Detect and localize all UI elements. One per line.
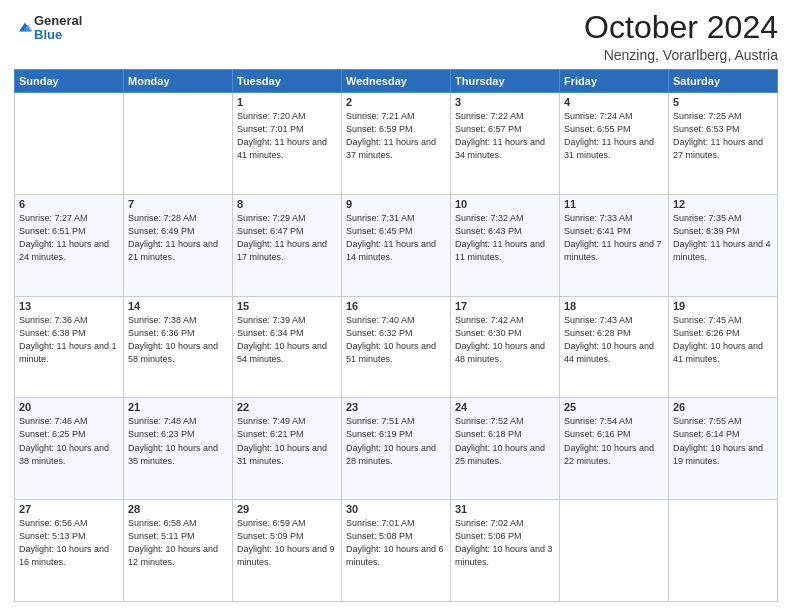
weekday-header-thursday: Thursday	[451, 70, 560, 93]
day-number: 18	[564, 300, 664, 312]
calendar-cell: 21Sunrise: 7:48 AM Sunset: 6:23 PM Dayli…	[124, 398, 233, 500]
day-detail: Sunrise: 7:36 AM Sunset: 6:38 PM Dayligh…	[19, 314, 119, 366]
day-detail: Sunrise: 7:55 AM Sunset: 6:14 PM Dayligh…	[673, 415, 773, 467]
day-detail: Sunrise: 7:52 AM Sunset: 6:18 PM Dayligh…	[455, 415, 555, 467]
logo: General Blue	[14, 14, 82, 43]
calendar-cell: 20Sunrise: 7:46 AM Sunset: 6:25 PM Dayli…	[15, 398, 124, 500]
day-detail: Sunrise: 7:48 AM Sunset: 6:23 PM Dayligh…	[128, 415, 228, 467]
calendar-cell: 16Sunrise: 7:40 AM Sunset: 6:32 PM Dayli…	[342, 296, 451, 398]
calendar-cell: 8Sunrise: 7:29 AM Sunset: 6:47 PM Daylig…	[233, 194, 342, 296]
calendar-cell: 13Sunrise: 7:36 AM Sunset: 6:38 PM Dayli…	[15, 296, 124, 398]
calendar-cell: 19Sunrise: 7:45 AM Sunset: 6:26 PM Dayli…	[669, 296, 778, 398]
weekday-header-wednesday: Wednesday	[342, 70, 451, 93]
day-number: 25	[564, 401, 664, 413]
day-detail: Sunrise: 7:51 AM Sunset: 6:19 PM Dayligh…	[346, 415, 446, 467]
location: Nenzing, Vorarlberg, Austria	[584, 47, 778, 63]
calendar-cell: 30Sunrise: 7:01 AM Sunset: 5:08 PM Dayli…	[342, 500, 451, 602]
day-number: 2	[346, 96, 446, 108]
calendar-cell	[669, 500, 778, 602]
day-detail: Sunrise: 7:43 AM Sunset: 6:28 PM Dayligh…	[564, 314, 664, 366]
calendar-cell: 12Sunrise: 7:35 AM Sunset: 6:39 PM Dayli…	[669, 194, 778, 296]
page: General Blue October 2024 Nenzing, Vorar…	[0, 0, 792, 612]
calendar-cell: 2Sunrise: 7:21 AM Sunset: 6:59 PM Daylig…	[342, 93, 451, 195]
calendar-cell: 31Sunrise: 7:02 AM Sunset: 5:06 PM Dayli…	[451, 500, 560, 602]
weekday-header-friday: Friday	[560, 70, 669, 93]
logo-icon	[16, 18, 34, 36]
calendar-table: SundayMondayTuesdayWednesdayThursdayFrid…	[14, 69, 778, 602]
day-number: 7	[128, 198, 228, 210]
calendar-cell: 18Sunrise: 7:43 AM Sunset: 6:28 PM Dayli…	[560, 296, 669, 398]
logo-general-text: General	[34, 14, 82, 28]
calendar-cell: 27Sunrise: 6:56 AM Sunset: 5:13 PM Dayli…	[15, 500, 124, 602]
day-number: 3	[455, 96, 555, 108]
day-detail: Sunrise: 7:24 AM Sunset: 6:55 PM Dayligh…	[564, 110, 664, 162]
day-number: 30	[346, 503, 446, 515]
day-number: 22	[237, 401, 337, 413]
calendar-cell: 10Sunrise: 7:32 AM Sunset: 6:43 PM Dayli…	[451, 194, 560, 296]
calendar-week-4: 27Sunrise: 6:56 AM Sunset: 5:13 PM Dayli…	[15, 500, 778, 602]
day-detail: Sunrise: 7:28 AM Sunset: 6:49 PM Dayligh…	[128, 212, 228, 264]
day-detail: Sunrise: 6:56 AM Sunset: 5:13 PM Dayligh…	[19, 517, 119, 569]
weekday-header-tuesday: Tuesday	[233, 70, 342, 93]
day-detail: Sunrise: 7:20 AM Sunset: 7:01 PM Dayligh…	[237, 110, 337, 162]
calendar-week-3: 20Sunrise: 7:46 AM Sunset: 6:25 PM Dayli…	[15, 398, 778, 500]
day-number: 17	[455, 300, 555, 312]
day-number: 24	[455, 401, 555, 413]
weekday-header-monday: Monday	[124, 70, 233, 93]
logo-blue-text: Blue	[34, 28, 82, 42]
day-number: 21	[128, 401, 228, 413]
day-detail: Sunrise: 7:39 AM Sunset: 6:34 PM Dayligh…	[237, 314, 337, 366]
calendar-cell: 9Sunrise: 7:31 AM Sunset: 6:45 PM Daylig…	[342, 194, 451, 296]
day-number: 28	[128, 503, 228, 515]
calendar-cell: 22Sunrise: 7:49 AM Sunset: 6:21 PM Dayli…	[233, 398, 342, 500]
day-detail: Sunrise: 7:25 AM Sunset: 6:53 PM Dayligh…	[673, 110, 773, 162]
calendar-cell: 1Sunrise: 7:20 AM Sunset: 7:01 PM Daylig…	[233, 93, 342, 195]
weekday-header-sunday: Sunday	[15, 70, 124, 93]
day-number: 6	[19, 198, 119, 210]
logo-text: General Blue	[34, 14, 82, 43]
title-section: October 2024 Nenzing, Vorarlberg, Austri…	[584, 10, 778, 63]
day-detail: Sunrise: 7:45 AM Sunset: 6:26 PM Dayligh…	[673, 314, 773, 366]
day-detail: Sunrise: 7:31 AM Sunset: 6:45 PM Dayligh…	[346, 212, 446, 264]
calendar-week-2: 13Sunrise: 7:36 AM Sunset: 6:38 PM Dayli…	[15, 296, 778, 398]
day-detail: Sunrise: 7:29 AM Sunset: 6:47 PM Dayligh…	[237, 212, 337, 264]
day-detail: Sunrise: 7:01 AM Sunset: 5:08 PM Dayligh…	[346, 517, 446, 569]
day-number: 13	[19, 300, 119, 312]
calendar-cell: 24Sunrise: 7:52 AM Sunset: 6:18 PM Dayli…	[451, 398, 560, 500]
day-detail: Sunrise: 7:27 AM Sunset: 6:51 PM Dayligh…	[19, 212, 119, 264]
day-detail: Sunrise: 7:54 AM Sunset: 6:16 PM Dayligh…	[564, 415, 664, 467]
day-number: 27	[19, 503, 119, 515]
day-number: 16	[346, 300, 446, 312]
calendar-cell	[560, 500, 669, 602]
day-detail: Sunrise: 7:40 AM Sunset: 6:32 PM Dayligh…	[346, 314, 446, 366]
day-detail: Sunrise: 7:35 AM Sunset: 6:39 PM Dayligh…	[673, 212, 773, 264]
day-number: 8	[237, 198, 337, 210]
calendar-cell: 7Sunrise: 7:28 AM Sunset: 6:49 PM Daylig…	[124, 194, 233, 296]
day-number: 29	[237, 503, 337, 515]
day-number: 10	[455, 198, 555, 210]
day-detail: Sunrise: 7:33 AM Sunset: 6:41 PM Dayligh…	[564, 212, 664, 264]
day-number: 20	[19, 401, 119, 413]
calendar-cell: 23Sunrise: 7:51 AM Sunset: 6:19 PM Dayli…	[342, 398, 451, 500]
calendar-cell: 29Sunrise: 6:59 AM Sunset: 5:09 PM Dayli…	[233, 500, 342, 602]
calendar-cell: 6Sunrise: 7:27 AM Sunset: 6:51 PM Daylig…	[15, 194, 124, 296]
day-number: 31	[455, 503, 555, 515]
calendar-cell: 3Sunrise: 7:22 AM Sunset: 6:57 PM Daylig…	[451, 93, 560, 195]
day-detail: Sunrise: 7:49 AM Sunset: 6:21 PM Dayligh…	[237, 415, 337, 467]
day-number: 1	[237, 96, 337, 108]
calendar-cell: 15Sunrise: 7:39 AM Sunset: 6:34 PM Dayli…	[233, 296, 342, 398]
calendar-cell: 17Sunrise: 7:42 AM Sunset: 6:30 PM Dayli…	[451, 296, 560, 398]
calendar-cell: 5Sunrise: 7:25 AM Sunset: 6:53 PM Daylig…	[669, 93, 778, 195]
weekday-header-saturday: Saturday	[669, 70, 778, 93]
calendar-cell	[15, 93, 124, 195]
day-detail: Sunrise: 7:42 AM Sunset: 6:30 PM Dayligh…	[455, 314, 555, 366]
calendar-cell: 4Sunrise: 7:24 AM Sunset: 6:55 PM Daylig…	[560, 93, 669, 195]
day-detail: Sunrise: 7:32 AM Sunset: 6:43 PM Dayligh…	[455, 212, 555, 264]
day-number: 11	[564, 198, 664, 210]
day-number: 5	[673, 96, 773, 108]
day-number: 14	[128, 300, 228, 312]
day-detail: Sunrise: 7:02 AM Sunset: 5:06 PM Dayligh…	[455, 517, 555, 569]
calendar-cell: 11Sunrise: 7:33 AM Sunset: 6:41 PM Dayli…	[560, 194, 669, 296]
day-detail: Sunrise: 7:38 AM Sunset: 6:36 PM Dayligh…	[128, 314, 228, 366]
calendar-cell: 26Sunrise: 7:55 AM Sunset: 6:14 PM Dayli…	[669, 398, 778, 500]
